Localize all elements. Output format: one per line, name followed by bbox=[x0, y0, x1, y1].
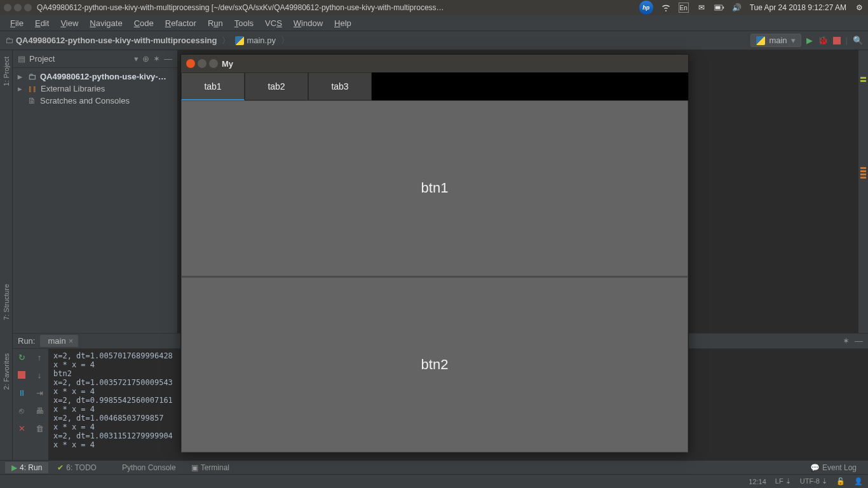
balloon-icon: 💬 bbox=[810, 463, 820, 472]
os-window-controls[interactable] bbox=[4, 4, 32, 11]
battery-icon[interactable] bbox=[714, 3, 724, 13]
hide-icon[interactable]: — bbox=[164, 54, 172, 64]
minimize-icon[interactable] bbox=[198, 59, 207, 68]
gear-icon[interactable]: ✶ bbox=[153, 54, 160, 64]
kivy-app-window[interactable]: My tab1 tab2 tab3 btn1 btn2 bbox=[180, 54, 689, 452]
menu-file[interactable]: File bbox=[5, 17, 29, 30]
bottom-tab-todo-label: 6: TODO bbox=[66, 463, 97, 472]
menu-run[interactable]: Run bbox=[203, 17, 228, 30]
run-button[interactable]: ▶ bbox=[806, 36, 813, 45]
wifi-icon[interactable] bbox=[661, 3, 671, 13]
kivy-btn1[interactable]: btn1 bbox=[181, 100, 688, 276]
print-icon[interactable]: 🖶 bbox=[34, 405, 45, 416]
minimize-icon[interactable] bbox=[14, 4, 22, 11]
expand-arrow-icon[interactable]: ▸ bbox=[18, 84, 24, 93]
kivy-tab-3[interactable]: tab3 bbox=[308, 72, 372, 100]
library-icon: ⫿⫿ bbox=[28, 84, 37, 93]
exit-icon[interactable]: ⎋ bbox=[16, 405, 27, 416]
sidebar-view-icon[interactable]: ▤ bbox=[18, 54, 25, 64]
settings-gear-icon[interactable]: ⚙ bbox=[854, 3, 864, 13]
pause-icon[interactable]: ⏸ bbox=[16, 387, 27, 398]
run-config-selector[interactable]: main ▾ bbox=[750, 34, 801, 47]
rerun-icon[interactable]: ↻ bbox=[16, 351, 27, 363]
tree-root-label: QA49980612-python-use-kivy-… bbox=[40, 72, 166, 81]
file-encoding[interactable]: UTF-8 ⇣ bbox=[800, 477, 827, 485]
menu-view[interactable]: View bbox=[55, 17, 83, 30]
kivy-tab-1[interactable]: tab1 bbox=[181, 72, 245, 100]
language-indicator[interactable]: En bbox=[679, 3, 689, 13]
wrap-icon[interactable]: ⇥ bbox=[34, 387, 45, 398]
run-action-gutter: ↻ ⏸ ⎋ ✕ bbox=[13, 349, 31, 460]
kivy-titlebar[interactable]: My bbox=[181, 55, 688, 72]
event-log[interactable]: 💬 Event Log bbox=[804, 462, 863, 473]
breadcrumb-project[interactable]: QA49980612-python-use-kivy-with-multipro… bbox=[16, 36, 217, 45]
collapse-icon[interactable]: ⊕ bbox=[142, 54, 149, 64]
close-tab-icon[interactable]: × bbox=[69, 336, 74, 346]
os-titlebar: QA49980612-python-use-kivy-with-multipro… bbox=[0, 0, 868, 15]
clear-icon[interactable]: 🗑 bbox=[34, 423, 45, 434]
bottom-tab-python-console[interactable]: Python Console bbox=[105, 462, 182, 473]
chevron-down-icon[interactable]: ▾ bbox=[134, 54, 139, 64]
mail-icon[interactable]: ✉ bbox=[696, 3, 707, 13]
os-clock[interactable]: Tue Apr 24 2018 9:12:27 AM bbox=[750, 3, 846, 12]
kivy-tab-2[interactable]: tab2 bbox=[245, 72, 308, 100]
project-sidebar: ▤ Project ▾ ⊕ ✶ — ▸ 🗀 QA49980612-python-… bbox=[13, 50, 178, 333]
volume-icon[interactable]: 🔊 bbox=[732, 3, 742, 13]
kivy-tab-strip: tab1 tab2 tab3 bbox=[181, 72, 688, 100]
editor-error-stripe[interactable] bbox=[858, 50, 868, 333]
python-icon bbox=[112, 464, 119, 471]
menu-navigate[interactable]: Navigate bbox=[85, 17, 127, 30]
separator: | bbox=[846, 36, 848, 45]
hide-icon[interactable]: — bbox=[855, 336, 863, 346]
terminal-icon: ▣ bbox=[191, 463, 198, 472]
folder-icon: 🗀 bbox=[28, 72, 36, 81]
stop-button[interactable] bbox=[833, 37, 841, 44]
chevron-down-icon: ▾ bbox=[791, 36, 796, 45]
kivy-window-title: My bbox=[222, 59, 233, 69]
chevron-right-icon: 〉 bbox=[222, 35, 230, 46]
debug-button[interactable]: 🐞 bbox=[818, 36, 828, 45]
bottom-tab-run[interactable]: ▶ 4: Run bbox=[5, 462, 48, 473]
run-tab[interactable]: main × bbox=[40, 335, 78, 347]
lock-icon[interactable]: 🔓 bbox=[836, 477, 845, 485]
tree-scratch-label: Scratches and Consoles bbox=[40, 96, 130, 105]
breadcrumb-file[interactable]: main.py bbox=[247, 36, 276, 45]
bottom-toolbar: ▶ 4: Run ✔ 6: TODO Python Console ▣ Term… bbox=[0, 460, 868, 474]
menu-vcs[interactable]: VCS bbox=[260, 17, 287, 30]
svg-rect-1 bbox=[722, 6, 724, 8]
down-icon[interactable]: ↓ bbox=[34, 369, 45, 381]
tree-external-libs[interactable]: ▸ ⫿⫿ External Libraries bbox=[13, 83, 177, 95]
bottom-tab-todo[interactable]: ✔ 6: TODO bbox=[51, 462, 103, 473]
event-log-label: Event Log bbox=[822, 463, 857, 472]
maximize-icon[interactable] bbox=[24, 4, 32, 11]
caret-position[interactable]: 12:14 bbox=[749, 478, 766, 485]
menu-edit[interactable]: Edit bbox=[30, 17, 54, 30]
close-icon[interactable] bbox=[186, 59, 195, 68]
tool-tab-favorites[interactable]: 2: Favorites bbox=[3, 349, 10, 393]
sidebar-title: Project bbox=[29, 54, 130, 64]
tool-tab-structure[interactable]: 7: Structure bbox=[3, 280, 10, 324]
left-tool-gutter: 1: Project 7: Structure 2: Favorites bbox=[0, 50, 13, 460]
maximize-icon[interactable] bbox=[209, 59, 218, 68]
menu-refactor[interactable]: Refactor bbox=[160, 17, 201, 30]
close-icon[interactable] bbox=[4, 4, 11, 11]
stop-icon[interactable] bbox=[16, 369, 27, 381]
expand-arrow-icon[interactable]: ▸ bbox=[18, 72, 24, 81]
line-separator[interactable]: LF ⇣ bbox=[775, 477, 791, 485]
search-icon[interactable]: 🔍 bbox=[853, 36, 863, 45]
tree-scratches[interactable]: 🗎 Scratches and Consoles bbox=[13, 95, 177, 107]
tool-tab-project[interactable]: 1: Project bbox=[3, 53, 10, 90]
kivy-btn2[interactable]: btn2 bbox=[181, 276, 688, 453]
menu-tools[interactable]: Tools bbox=[229, 17, 259, 30]
bottom-tab-terminal[interactable]: ▣ Terminal bbox=[185, 462, 236, 473]
menu-code[interactable]: Code bbox=[129, 17, 159, 30]
kivy-window-controls[interactable] bbox=[186, 59, 218, 68]
menu-help[interactable]: Help bbox=[329, 17, 356, 30]
tree-root[interactable]: ▸ 🗀 QA49980612-python-use-kivy-… bbox=[13, 71, 177, 83]
gear-icon[interactable]: ✶ bbox=[843, 336, 850, 346]
menu-window[interactable]: Window bbox=[288, 17, 328, 30]
inspector-icon[interactable]: 👤 bbox=[854, 477, 863, 485]
close-icon[interactable]: ✕ bbox=[16, 423, 27, 434]
todo-icon: ✔ bbox=[57, 463, 64, 472]
up-icon[interactable]: ↑ bbox=[34, 351, 45, 363]
